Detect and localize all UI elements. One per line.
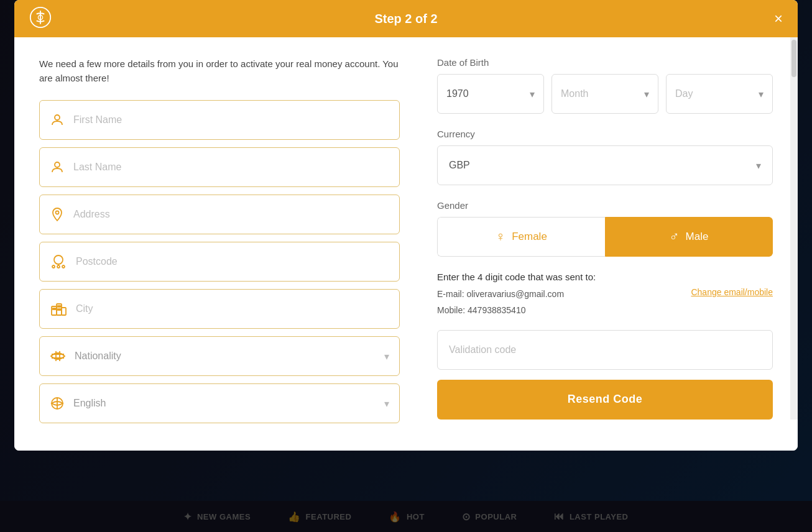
gender-label: Gender [437, 200, 773, 211]
language-field[interactable]: English ▾ [39, 383, 400, 423]
svg-point-2 [55, 115, 60, 120]
close-button[interactable]: × [774, 10, 783, 27]
scrollbar-track[interactable] [790, 37, 798, 420]
subtitle-text: We need a few more details from you in o… [39, 57, 400, 85]
day-select[interactable]: Day ▾ [666, 74, 773, 114]
postcode-field [39, 242, 400, 282]
nationality-icon [50, 349, 66, 364]
day-placeholder: Day [675, 88, 693, 99]
city-field [39, 289, 400, 329]
svg-point-3 [55, 162, 60, 167]
postcode-input[interactable] [76, 256, 389, 267]
left-column: We need a few more details from you in o… [39, 57, 400, 431]
currency-chevron: ▾ [756, 160, 761, 172]
svg-rect-15 [58, 309, 59, 310]
month-chevron: ▾ [644, 88, 649, 100]
address-field [39, 195, 400, 234]
globe-icon [50, 396, 65, 411]
language-chevron: ▾ [384, 398, 389, 410]
female-button[interactable]: ♀ Female [437, 217, 605, 257]
svg-rect-14 [60, 306, 61, 307]
change-email-mobile-link[interactable]: Change email/mobile [691, 287, 773, 297]
modal-header: Step 2 of 2 × [14, 0, 798, 37]
dob-label: Date of Birth [437, 57, 773, 68]
nationality-field[interactable]: Nationality ▾ [39, 336, 400, 376]
male-icon: ♂ [669, 229, 680, 245]
postcode-icon [50, 254, 67, 269]
year-select[interactable]: 1970 ▾ [437, 74, 544, 114]
address-input[interactable] [73, 209, 389, 220]
dob-row: 1970 ▾ Month ▾ Day ▾ [437, 74, 773, 114]
currency-select[interactable]: GBP ▾ [437, 145, 773, 185]
year-chevron: ▾ [530, 88, 535, 100]
modal-container: Step 2 of 2 × We need a few more details… [14, 0, 798, 451]
svg-rect-16 [60, 309, 61, 310]
language-placeholder: English [73, 398, 384, 409]
gender-row: ♀ Female ♂ Male [437, 217, 773, 257]
female-icon: ♀ [496, 229, 506, 245]
city-input[interactable] [76, 303, 389, 314]
svg-rect-11 [53, 308, 54, 310]
currency-value: GBP [449, 160, 470, 171]
first-name-input[interactable] [73, 114, 389, 126]
month-select[interactable]: Month ▾ [551, 74, 658, 114]
month-placeholder: Month [561, 88, 588, 99]
nationality-placeholder: Nationality [75, 351, 384, 362]
location-pin-icon [50, 207, 65, 222]
person-icon [50, 112, 65, 127]
mobile-line: Mobile: 447938835410 [437, 303, 691, 317]
day-chevron: ▾ [759, 88, 764, 100]
year-value: 1970 [446, 88, 469, 99]
svg-point-5 [52, 265, 55, 268]
male-label: Male [686, 231, 709, 243]
verification-prompt: Enter the 4 digit code that was sent to: [437, 272, 773, 282]
male-button[interactable]: ♂ Male [605, 217, 773, 257]
validation-code-input[interactable] [437, 330, 773, 370]
right-column: Date of Birth 1970 ▾ Month ▾ Day ▾ [437, 57, 773, 431]
last-name-field [39, 147, 400, 187]
nationality-chevron: ▾ [384, 351, 389, 362]
modal-body: We need a few more details from you in o… [14, 37, 798, 451]
verification-details-row: E-mail: oliveravarius@gmail.com Mobile: … [437, 287, 773, 320]
resend-code-button[interactable]: Resend Code [437, 380, 773, 420]
svg-rect-13 [58, 306, 59, 307]
logo [29, 6, 52, 31]
currency-label: Currency [437, 129, 773, 139]
svg-point-4 [56, 211, 59, 214]
scrollbar-thumb [791, 40, 796, 77]
svg-rect-10 [62, 308, 66, 315]
first-name-field [39, 100, 400, 140]
last-name-input[interactable] [73, 162, 389, 173]
modal-title: Step 2 of 2 [374, 12, 437, 26]
svg-point-7 [62, 265, 65, 268]
contact-details: E-mail: oliveravarius@gmail.com Mobile: … [437, 287, 691, 320]
person-icon-2 [50, 160, 65, 175]
female-label: Female [512, 231, 547, 243]
svg-rect-12 [55, 308, 56, 310]
modal-backdrop: Step 2 of 2 × We need a few more details… [0, 0, 812, 532]
email-line: E-mail: oliveravarius@gmail.com [437, 287, 691, 301]
city-icon [50, 301, 67, 316]
svg-point-6 [57, 265, 60, 268]
